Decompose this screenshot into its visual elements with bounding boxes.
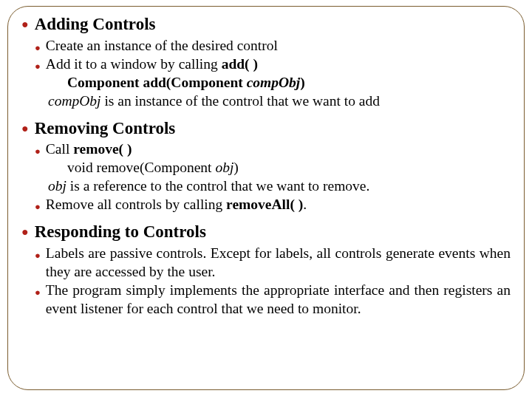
note-text: compObj is an instance of the control th… (48, 92, 511, 111)
section-title: Removing Controls (35, 118, 176, 140)
note-text: obj is a reference to the control that w… (48, 177, 511, 196)
bullet-icon: ● (35, 43, 41, 52)
list-item: Remove all controls by calling removeAll… (46, 196, 511, 214)
slide-frame: ●Adding Controls●Create an instance of t… (7, 6, 525, 390)
list-item: Add it to a window by calling add( ) (46, 55, 511, 74)
list-item: The program simply implements the approp… (46, 282, 511, 318)
section: ●Responding to Controls●Labels are passi… (21, 222, 511, 318)
bullet-icon: ● (35, 61, 41, 71)
list-item: Create an instance of the desired contro… (46, 37, 511, 55)
bullet-icon: ● (35, 146, 41, 156)
section: ●Removing Controls●Call remove( )void re… (21, 118, 511, 215)
bullet-icon: ● (21, 18, 29, 30)
bullet-icon: ● (21, 123, 29, 134)
bullet-icon: ● (35, 250, 41, 260)
bullet-icon: ● (35, 202, 41, 211)
bullet-icon: ● (21, 226, 29, 238)
section-title: Adding Controls (35, 14, 156, 35)
list-item: Labels are passive controls. Except for … (46, 245, 511, 282)
method-signature: Component add(Component compObj) (67, 74, 511, 92)
method-signature: void remove(Component obj) (67, 159, 511, 177)
bullet-icon: ● (35, 287, 41, 297)
section: ●Adding Controls●Create an instance of t… (21, 14, 511, 111)
section-title: Responding to Controls (35, 222, 206, 243)
list-item: Call remove( ) (46, 140, 511, 159)
